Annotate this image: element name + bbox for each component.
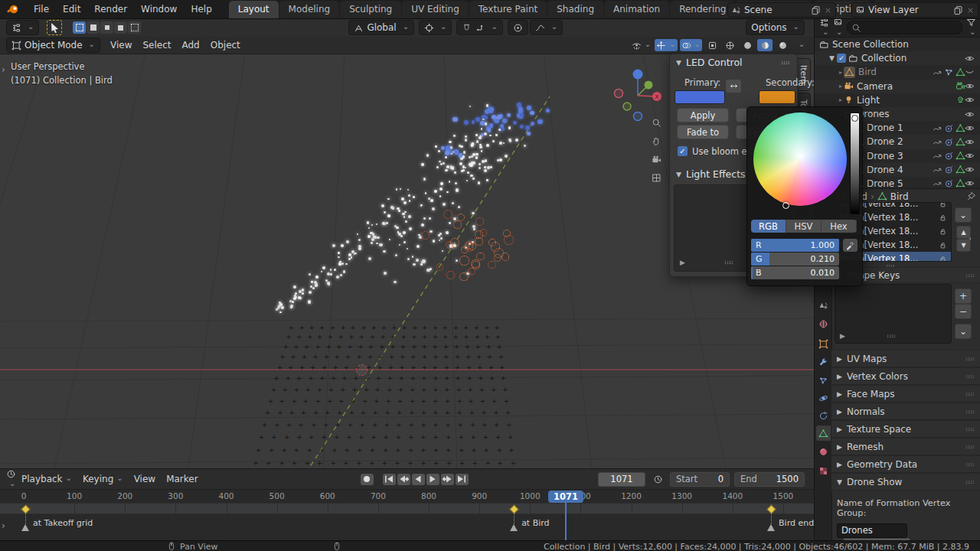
outliner-filter-dropdown[interactable] (966, 18, 976, 38)
overlays-toggle[interactable] (680, 39, 702, 51)
visibility-eye-icon[interactable] (965, 95, 975, 105)
move-down-button[interactable]: ▼ (956, 239, 971, 252)
unlink-scene-icon[interactable] (824, 6, 832, 15)
panel-header-texture-space[interactable]: ▶Texture Space (831, 420, 980, 438)
use-preview-range-toggle[interactable] (650, 473, 665, 485)
channel-slider-g[interactable]: G0.210 (751, 253, 839, 266)
properties-tab-material[interactable] (816, 444, 831, 459)
constraint-icon[interactable] (933, 137, 942, 147)
constraint-icon[interactable] (933, 67, 942, 77)
shape-key-specials-button[interactable]: ⌄ (955, 324, 972, 339)
timeline-marker[interactable] (510, 524, 518, 531)
new-view-layer-icon[interactable] (953, 5, 963, 15)
expand-arrow-icon[interactable]: ▶ (680, 259, 685, 266)
eyedropper-button[interactable] (843, 239, 858, 252)
scene-name[interactable]: Scene (744, 5, 808, 15)
ortho-toggle-icon[interactable] (652, 173, 662, 183)
transform-orientation-dropdown[interactable]: Global (348, 20, 414, 35)
playhead[interactable]: 1071 (548, 491, 583, 503)
constraint-icon[interactable] (933, 123, 942, 133)
proportional-edit-toggle[interactable] (508, 20, 528, 35)
lock-icon[interactable] (939, 255, 947, 262)
lock-icon[interactable] (939, 227, 947, 236)
primary-color-swatch[interactable] (675, 90, 725, 104)
expand-caret[interactable]: ▼ (829, 54, 835, 62)
visibility-eye-icon[interactable] (965, 81, 975, 91)
shading-solid-button[interactable] (740, 39, 755, 51)
visibility-eye-icon[interactable] (965, 151, 975, 161)
shading-rendered-button[interactable] (775, 39, 790, 51)
move-up-button[interactable]: ▲ (956, 226, 971, 239)
start-frame-field[interactable]: Start0 (670, 472, 730, 487)
shape-keys-list[interactable]: ▶ (835, 284, 952, 344)
outliner-row-scene-collection[interactable]: Scene Collection (815, 37, 980, 51)
viewport-menu-add[interactable]: Add (177, 38, 205, 52)
visibility-eye-icon[interactable] (965, 178, 975, 188)
field-icon[interactable] (944, 123, 954, 133)
blender-logo-icon[interactable] (6, 3, 23, 15)
timeline-menu-keying[interactable]: Keying (77, 472, 129, 486)
value-slider[interactable] (850, 112, 860, 214)
particles-icon[interactable] (944, 67, 954, 77)
proportional-falloff-dropdown[interactable] (530, 20, 563, 35)
field-icon[interactable] (944, 137, 954, 147)
select-intersect-mode-button[interactable] (128, 21, 141, 34)
timeline-marker[interactable] (21, 524, 29, 531)
panel-header-uv-maps[interactable]: ▶UV Maps (831, 350, 980, 367)
workspace-tab-animation[interactable]: Animation (604, 1, 669, 18)
timeline-marker[interactable] (767, 524, 775, 531)
timeline-menu-view[interactable]: View (129, 472, 161, 486)
visibility-eye-icon[interactable] (965, 165, 975, 174)
color-wheel-cursor[interactable] (782, 202, 789, 209)
active-tool-select-button[interactable] (47, 20, 62, 35)
workspace-tab-shading[interactable]: Shading (547, 1, 603, 18)
timeline-track-area[interactable]: 0100200300400500600700800900100011001200… (0, 490, 814, 542)
led-control-header[interactable]: ▼ LED Control (670, 54, 797, 70)
editor-type-dropdown[interactable] (819, 18, 829, 38)
timeline-expand-arrow[interactable]: › (2, 520, 5, 531)
viewport-menu-select[interactable]: Select (137, 38, 176, 52)
viewport-menu-view[interactable]: View (105, 38, 137, 52)
panel-header-geometry-data[interactable]: ▶Geometry Data (831, 455, 980, 473)
color-wheel[interactable] (753, 112, 847, 206)
panel-header-normals[interactable]: ▶Normals (831, 403, 980, 420)
timeline-menu-playback[interactable]: Playback (16, 472, 77, 486)
visibility-eye-icon[interactable] (965, 123, 975, 133)
properties-tab-constraints[interactable] (816, 408, 831, 423)
shading-options-dropdown[interactable] (792, 39, 808, 51)
outliner-row-light[interactable]: ▸Light (815, 93, 980, 107)
field-icon[interactable] (944, 151, 954, 161)
outliner-item-label[interactable]: Drone 5 (867, 178, 903, 189)
next-keyframe-button[interactable] (441, 474, 454, 485)
navigation-gizmo[interactable]: X (605, 60, 674, 129)
constraint-icon[interactable] (933, 151, 942, 161)
menu-file[interactable]: File (28, 2, 55, 17)
outliner-item-label[interactable]: Bird (858, 67, 877, 77)
value-slider-handle[interactable] (851, 115, 858, 122)
workspace-tab-texture-paint[interactable]: Texture Paint (469, 1, 547, 18)
panel-header-vertex-colors[interactable]: ▶Vertex Colors (831, 367, 980, 385)
breadcrumb-data[interactable]: Bird (890, 191, 909, 202)
pivot-point-dropdown[interactable] (419, 20, 452, 35)
workspace-tab-sculpting[interactable]: Sculpting (340, 1, 401, 18)
view-layer-name[interactable]: View Layer (868, 5, 950, 15)
list-grip-icon[interactable] (886, 331, 897, 341)
properties-tab-scene[interactable] (816, 298, 831, 313)
visibility-eye-icon[interactable] (965, 137, 975, 147)
color-tab-hsv[interactable]: HSV (786, 220, 822, 233)
formation-group-field[interactable]: Drones (837, 523, 907, 538)
lock-icon[interactable] (939, 214, 947, 222)
shading-material-button[interactable] (757, 39, 773, 51)
gizmos-toggle[interactable] (655, 39, 677, 51)
outliner-item-label[interactable]: Collection (861, 53, 906, 64)
xray-toggle[interactable] (704, 39, 720, 51)
properties-tab-world[interactable] (816, 316, 831, 331)
options-dropdown[interactable]: Options (746, 20, 805, 35)
swap-colors-button[interactable] (726, 80, 741, 93)
properties-tab-modifiers[interactable] (816, 354, 831, 370)
workspace-tab-rendering[interactable]: Rendering (670, 1, 735, 18)
current-frame-field[interactable]: 1071 (598, 472, 645, 487)
select-subtract-mode-button[interactable] (100, 21, 113, 34)
outliner-item-label[interactable]: Drone 1 (867, 122, 903, 133)
end-frame-field[interactable]: End1500 (734, 472, 805, 487)
